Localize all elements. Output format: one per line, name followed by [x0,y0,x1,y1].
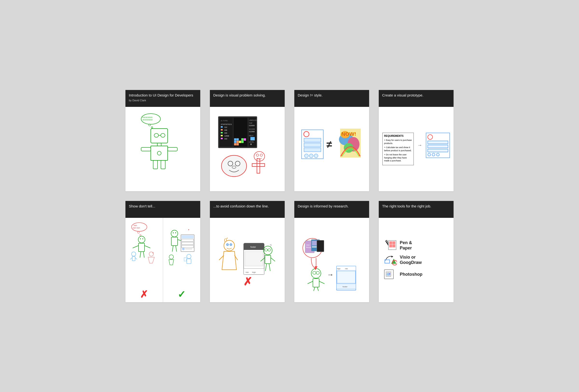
card-intro-subtitle: by David Clark [129,99,197,102]
svg-line-101 [176,246,177,252]
bad-mark: ✗ [140,289,148,300]
svg-line-147 [319,281,324,284]
card-tools: The right tools for the right job. [379,201,453,302]
svg-point-114 [224,240,234,251]
svg-rect-26 [221,135,223,136]
svg-text:1010101010: 1010101010 [142,119,152,121]
card-tetris-title: Design is visual problem solving. [213,93,266,97]
good-mark: ✓ [178,289,186,300]
requirements-box: REQUIREMENTS + Easy for users to purchas… [382,133,414,165]
svg-point-97 [175,232,176,233]
svg-rect-9 [157,143,161,146]
svg-text:footer: footer [250,246,256,248]
svg-point-81 [138,236,145,243]
svg-rect-48 [250,137,255,140]
card-show-dont-tell-header: Show don't tell... [126,201,200,218]
svg-rect-35 [236,141,239,143]
svg-point-7 [161,133,165,137]
svg-line-85 [133,246,139,248]
proto-line-1 [428,141,448,144]
design-style-illustration: ≠ NOW! [300,125,363,173]
svg-line-136 [271,258,275,261]
svg-text:000: 000 [224,132,227,134]
svg-rect-57 [252,164,265,166]
svg-rect-15 [161,160,165,169]
svg-rect-84 [139,243,145,252]
svg-rect-38 [241,138,244,141]
svg-point-110 [169,255,173,259]
card-intro-title: Introduction to UI Design for Developers [129,93,193,97]
proto-dot-1 [428,153,431,156]
svg-point-117 [227,244,228,245]
svg-text:STATISTICS: STATISTICS [221,123,232,126]
prototype-layout: REQUIREMENTS + Easy for users to purchas… [381,131,451,166]
tool-photoshop: Photoshop [384,269,449,280]
svg-text:blah blah: blah blah [133,227,140,229]
svg-line-91 [130,258,132,259]
svg-rect-172 [392,242,395,244]
tool-pen-paper-icon [384,240,397,251]
req-item-3: + Do not leave the user hanging after th… [384,153,412,162]
svg-text:logo: logo [337,267,340,270]
proto-dot-3 [436,153,439,156]
proto-dot-2 [432,153,435,156]
svg-text:blah: blah [134,224,137,227]
svg-point-66 [304,154,308,158]
svg-text:0: 0 [250,143,252,145]
card-design-style-title: Design != style. [298,93,323,97]
svg-rect-64 [304,143,321,147]
tool-photoshop-icon [384,269,397,280]
svg-line-86 [145,246,150,248]
svg-point-118 [231,244,231,245]
svg-text:♥: ♥ [188,229,189,231]
tool-pen-paper-name: Pen &Paper [400,240,412,251]
card-tools-header: The right tools for the right job. [379,201,453,218]
card-tetris: Design is visual problem solving. A-TYPE… [210,90,285,191]
card-research-header: Design is informed by research. [294,201,369,218]
card-tools-title: The right tools for the right job. [382,204,431,208]
svg-point-6 [154,133,158,137]
svg-point-186 [389,273,390,274]
svg-text:?: ? [270,244,272,248]
tool-photoshop-name: Photoshop [400,272,423,277]
svg-text:010000: 010000 [249,125,255,127]
svg-rect-65 [304,148,321,152]
tool-visio-name: Visio orGoogDraw [400,255,422,265]
svg-text:LINES-011: LINES-011 [249,119,257,121]
svg-text:043: 043 [224,138,227,140]
svg-rect-134 [265,255,271,264]
svg-text:footer: footer [343,286,348,288]
svg-rect-14 [153,160,157,169]
card-research-title: Design is informed by research. [298,204,349,208]
sdt-good-illustration: ♥ [166,220,197,268]
svg-text:012568: 012568 [249,131,255,132]
svg-point-83 [142,238,143,239]
card-show-dont-tell: Show don't tell... blah blah blah [126,201,200,302]
svg-line-149 [317,287,318,291]
svg-point-79 [138,231,140,233]
svg-line-137 [265,264,267,271]
svg-point-67 [309,154,313,158]
svg-rect-31 [234,138,236,141]
svg-rect-113 [184,258,187,261]
proto-circle [428,134,433,140]
svg-rect-20 [221,126,223,128]
card-research-body: User Research → logo [294,218,369,302]
svg-marker-175 [391,256,393,258]
svg-line-100 [172,246,173,252]
card-research: Design is informed by research. [294,201,369,302]
svg-text:logo: logo [252,271,256,273]
svg-rect-13 [168,147,177,151]
card-design-style-body: ≠ NOW! [294,107,369,191]
svg-rect-173 [389,245,392,247]
card-tetris-body: A-TYPE STATISTICS 312 006 000 12568 043 [210,107,285,191]
svg-point-68 [314,154,318,158]
svg-rect-33 [234,141,236,143]
svg-point-82 [140,238,141,239]
svg-rect-63 [304,138,321,142]
sdt-bad-half: blah blah blah [126,218,163,302]
svg-rect-145 [313,279,319,287]
svg-line-87 [140,252,141,258]
svg-rect-174 [392,245,395,247]
card-intro-body: 0101010101 1010101010 [126,107,200,191]
